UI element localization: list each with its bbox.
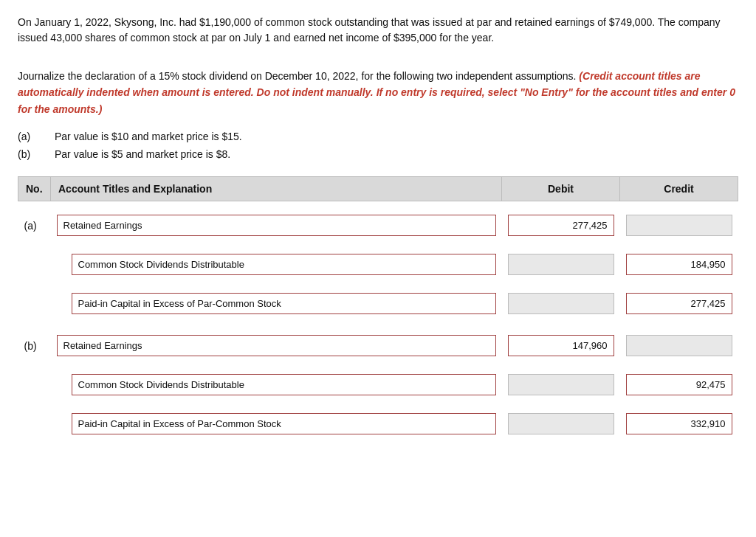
row-b1-account-cell (51, 330, 502, 361)
row-b2-label (18, 370, 51, 400)
row-b2-debit-input (508, 374, 614, 395)
assumptions-section: (a) Par value is $10 and market price is… (18, 131, 738, 160)
table-row (18, 409, 738, 439)
table-row (18, 288, 738, 319)
table-row: (b) (18, 330, 738, 361)
row-a2-label (18, 249, 51, 280)
assumption-b: (b) Par value is $5 and market price is … (18, 148, 738, 160)
row-b1-credit-input (626, 335, 732, 356)
assumption-a-text: Par value is $10 and market price is $15… (55, 131, 242, 142)
spacer-b12 (18, 361, 738, 370)
row-a3-account-cell (51, 288, 502, 319)
assumption-a-label: (a) (18, 131, 55, 142)
assumption-b-label: (b) (18, 148, 55, 160)
row-a3-credit-cell (620, 288, 738, 319)
row-a1-account-cell (51, 210, 502, 240)
row-b3-debit-cell (502, 409, 620, 439)
spacer-between-sections (18, 319, 738, 330)
row-b2-account-input[interactable] (72, 374, 496, 395)
row-a1-credit-cell (620, 210, 738, 240)
row-b2-account-cell (51, 370, 502, 400)
row-a-label: (a) (18, 210, 51, 240)
row-b1-credit-cell (620, 330, 738, 361)
spacer-before-a (18, 201, 738, 211)
row-a1-debit-input[interactable] (508, 215, 614, 236)
row-b3-account-cell (51, 409, 502, 439)
table-row (18, 249, 738, 280)
assumption-b-text: Par value is $5 and market price is $8. (55, 148, 230, 160)
table-row: (a) (18, 210, 738, 240)
row-a3-debit-cell (502, 288, 620, 319)
spacer-a12 (18, 240, 738, 249)
row-a3-label (18, 288, 51, 319)
row-a1-debit-cell (502, 210, 620, 240)
row-a1-account-input[interactable] (57, 215, 496, 236)
intro-paragraph1: On January 1, 2022, Skysong, Inc. had $1… (18, 15, 738, 46)
header-credit: Credit (620, 177, 738, 201)
row-b3-credit-cell (620, 409, 738, 439)
spacer-a23 (18, 280, 738, 288)
row-b3-credit-input[interactable] (626, 413, 732, 434)
row-b2-credit-input[interactable] (626, 374, 732, 395)
row-a3-account-input[interactable] (72, 293, 496, 314)
instruction-plain: Journalize the declaration of a 15% stoc… (18, 70, 579, 82)
row-b-label: (b) (18, 330, 51, 361)
row-a2-account-input[interactable] (72, 254, 496, 275)
row-b3-debit-input (508, 413, 614, 434)
assumption-a: (a) Par value is $10 and market price is… (18, 131, 738, 142)
row-a2-debit-cell (502, 249, 620, 280)
header-account: Account Titles and Explanation (51, 177, 502, 201)
instruction-paragraph: Journalize the declaration of a 15% stoc… (18, 68, 738, 117)
spacer-end (18, 439, 738, 448)
row-b1-account-input[interactable] (57, 335, 496, 356)
header-debit: Debit (502, 177, 620, 201)
row-a1-credit-input (626, 215, 732, 236)
row-a2-credit-input[interactable] (626, 254, 732, 275)
row-a3-credit-input[interactable] (626, 293, 732, 314)
row-a2-account-cell (51, 249, 502, 280)
row-b3-account-input[interactable] (72, 413, 496, 434)
row-b3-label (18, 409, 51, 439)
row-b2-credit-cell (620, 370, 738, 400)
table-row (18, 370, 738, 400)
journal-table: No. Account Titles and Explanation Debit… (18, 176, 738, 448)
spacer-b23 (18, 400, 738, 409)
row-a2-credit-cell (620, 249, 738, 280)
row-a3-debit-input (508, 293, 614, 314)
table-header-row: No. Account Titles and Explanation Debit… (18, 177, 738, 201)
row-b1-debit-cell (502, 330, 620, 361)
header-no: No. (18, 177, 51, 201)
row-b1-debit-input[interactable] (508, 335, 614, 356)
row-a2-debit-input (508, 254, 614, 275)
row-b2-debit-cell (502, 370, 620, 400)
